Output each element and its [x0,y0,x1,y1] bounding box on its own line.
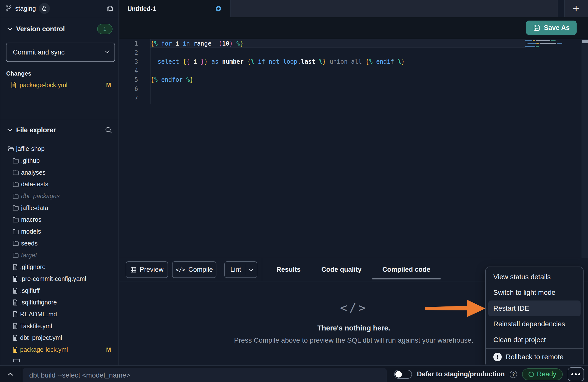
folder-open-icon [8,146,14,152]
lock-icon [42,6,47,11]
folder-icon [13,217,19,223]
tree-item[interactable]: dbt_project.yml [0,332,118,344]
tree-item[interactable]: seeds [0,238,118,249]
code-line [150,84,405,94]
tree-item[interactable]: Taskfile.yml [0,320,118,332]
save-as-button[interactable]: Save As [526,21,577,35]
scrollbar-thumb[interactable] [582,40,588,43]
line-number: 4 [119,66,138,76]
help-icon[interactable]: ? [510,371,517,378]
tab-results[interactable]: Results [266,258,311,281]
tree-item[interactable]: .sqlfluffignore [0,297,118,308]
command-input[interactable] [23,368,387,382]
git-branch-icon [5,5,12,12]
tree-item[interactable]: .github [0,155,118,167]
folder-icon [13,169,19,175]
tab-code-quality[interactable]: Code quality [311,258,372,281]
chevron-down-icon[interactable] [7,128,13,132]
minimap[interactable] [525,40,562,49]
more-options-button[interactable] [568,367,584,381]
command-input-wrap [23,368,387,382]
folder-icon [13,181,19,187]
tree-item-name: jaffle-data [21,204,48,212]
tree-item-name: seeds [21,240,38,247]
status-label: Ready [537,370,556,378]
expand-command-bar-button[interactable] [0,366,21,382]
tree-item[interactable]: dbt_packages [0,190,118,202]
lint-button[interactable]: Lint [224,261,257,278]
menu-item-label: Restart IDE [493,304,529,312]
save-icon [533,24,540,31]
tree-item[interactable]: data-tests [0,178,118,190]
branch-name[interactable]: staging [15,5,36,12]
file-explorer-header[interactable]: File explorer [0,125,118,136]
tree-item[interactable]: package-lock.ymlM [0,344,118,356]
vertical-scrollbar[interactable] [582,39,588,258]
menu-item-reinstall-dependencies[interactable]: Reinstall dependencies [486,316,583,332]
tree-item[interactable]: .gitignore [0,261,118,273]
line-number: 2 [119,48,138,57]
preview-button[interactable]: Preview [126,261,168,278]
ellipsis-icon [571,373,573,375]
tree-item[interactable]: jaffle-data [0,202,118,214]
tree-item[interactable]: macros [0,214,118,226]
menu-item-restart-ide[interactable]: Restart IDE [488,300,581,316]
compile-label: Compile [188,266,213,273]
code-editor[interactable]: 1234567 {% for i in range (10) %} select… [119,39,588,258]
chevron-down-icon[interactable] [7,27,13,31]
tree-item-name: package-lock.yml [20,346,68,353]
changed-file-item[interactable]: package-lock.yml M [0,79,118,91]
tree-item-name: .gitignore [20,263,46,271]
changes-label: Changes [6,70,31,77]
file-tree: jaffle-shop.githubanalysesdata-testsdbt_… [0,143,118,362]
code-content[interactable]: {% for i in range (10) %} select {{ i }}… [150,39,405,103]
divider [99,46,99,58]
copy-icon[interactable] [107,5,114,12]
status-badge: Ready [522,368,563,380]
menu-item-label: Switch to light mode [493,289,556,297]
alert-icon: ! [493,353,502,361]
search-icon[interactable] [105,126,113,134]
file-icon [13,287,18,294]
code-line [150,94,405,103]
tab-untitled-1[interactable]: Untitled-1 [119,0,231,17]
version-control-header[interactable]: Version control 1 [0,24,118,34]
file-icon [13,264,18,270]
menu-item-clean-dbt-project[interactable]: Clean dbt project [486,332,583,348]
line-number: 7 [119,94,138,103]
tree-item[interactable]: analyses [0,166,118,178]
chevron-down-icon[interactable] [249,268,254,272]
tree-item[interactable]: README.md [0,308,118,320]
tree-item[interactable]: .pre-commit-config.yaml [0,273,118,285]
menu-item-view-status-details[interactable]: View status details [486,269,583,285]
defer-label: Defer to staging/production [417,370,505,378]
file-explorer-title: File explorer [16,126,56,134]
status-context-menu: View status detailsSwitch to light modeR… [485,267,584,367]
new-tab-button[interactable]: + [564,0,588,17]
chevron-down-icon[interactable] [105,50,110,54]
editor-toolbar: Save As [119,17,588,39]
sidebar: staging Version control [0,0,119,365]
file-icon [13,275,18,282]
status-bar-right: Defer to staging/production ? Ready [394,366,584,382]
menu-item-switch-to-light-mode[interactable]: Switch to light mode [486,285,583,301]
tree-item-name: analyses [21,169,46,176]
defer-toggle[interactable] [394,370,412,379]
tree-item-name: .github [21,157,40,164]
tree-item[interactable]: target [0,249,118,261]
menu-item-label: Reinstall dependencies [493,320,565,328]
menu-item-label: View status details [493,273,551,281]
file-icon [13,323,18,329]
folder-icon [13,158,19,164]
tree-item[interactable]: .sqlfluff [0,285,118,297]
chevron-up-icon [7,372,14,376]
menu-item-rollback-to-remote[interactable]: !Rollback to remote [486,349,583,365]
tree-item[interactable]: jaffle-shop [0,143,118,155]
tree-item[interactable]: models [0,226,118,238]
file-icon [13,347,18,353]
editor-tab-strip: Untitled-1 + [119,0,588,17]
commit-and-sync-button[interactable]: Commit and sync [6,43,115,62]
tab-compiled-code[interactable]: Compiled code [372,258,441,281]
tree-item-name: .sqlfluffignore [20,299,57,306]
compile-button[interactable]: </> Compile [172,261,216,278]
